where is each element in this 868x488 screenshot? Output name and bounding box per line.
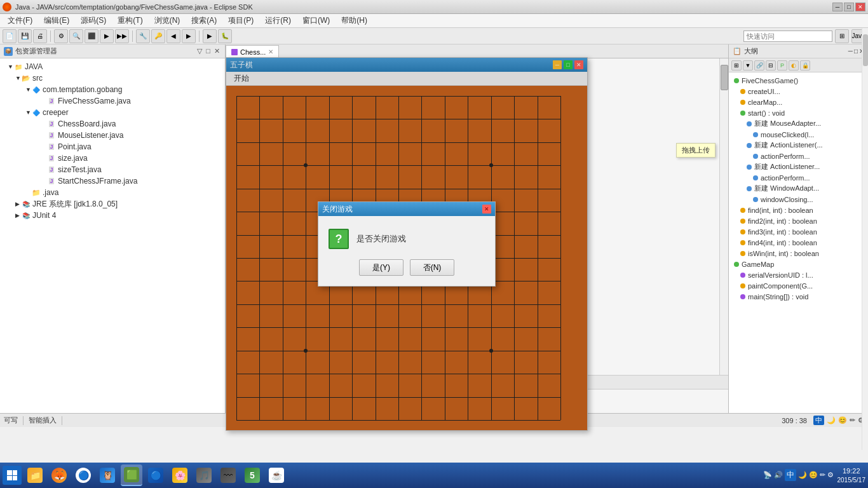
editor-scroll-thumb[interactable] [721, 65, 728, 90]
tree-item-sizetest[interactable]: J sizeTest.java [0, 164, 225, 175]
taskbar-fox-browser[interactable]: 🦊 [48, 464, 70, 486]
tree-item-size[interactable]: J size.java [0, 152, 225, 164]
menu-file[interactable]: 文件(F) [3, 14, 37, 27]
tb-btn-4[interactable]: ▶ [100, 29, 114, 43]
ime-zh-icon[interactable]: 中 [813, 416, 824, 425]
outline-item-12[interactable]: find(int, int) : boolean [729, 205, 868, 215]
close-button[interactable]: ✕ [855, 3, 865, 11]
outline-item-20[interactable]: main(String[]) : void [729, 291, 868, 302]
tree-item-mouselistener[interactable]: J MouseListener.java [0, 130, 225, 141]
tree-item-startchess[interactable]: J StartChessJFrame.java [0, 175, 225, 187]
taskbar-chat[interactable]: 🦉 [97, 464, 118, 486]
menu-navigate[interactable]: 浏览(N) [149, 14, 186, 27]
taskbar-minecraft[interactable]: 🟩 [121, 464, 142, 486]
menu-run[interactable]: 运行(R) [260, 14, 296, 27]
menu-project[interactable]: 项目(P) [223, 14, 259, 27]
clock[interactable]: 19:22 2015/5/17 [837, 466, 866, 484]
menu-window[interactable]: 窗口(W) [297, 14, 335, 27]
dialog-no-button[interactable]: 否(N) [410, 259, 454, 276]
editor-tab-chess[interactable]: Chess... ✕ [226, 45, 279, 58]
outline-private-btn[interactable]: 🔒 [800, 60, 810, 71]
taskbar-flower[interactable]: 🌸 [169, 464, 191, 486]
dialog-yes-button[interactable]: 是(Y) [359, 259, 403, 276]
outline-scrollbar[interactable] [862, 28, 868, 450]
outline-filter-btn[interactable]: ▼ [743, 60, 753, 71]
outline-sort-btn[interactable]: ⊞ [731, 60, 742, 71]
tree-item-package-gobang[interactable]: ▼ 🔷 com.temptation.gobang [0, 84, 225, 95]
perspective-button[interactable]: ⊞ [835, 29, 849, 43]
dialog-close-btn[interactable]: ✕ [482, 205, 491, 214]
outline-item-19[interactable]: paintComponent(G... [729, 280, 868, 291]
maximize-button[interactable]: □ [844, 3, 854, 11]
outline-item-1[interactable]: createUI... [729, 86, 868, 97]
outline-maximize-btn[interactable]: □ [854, 48, 858, 55]
outline-item-0[interactable]: FiveChessGame() [729, 75, 868, 86]
outline-item-9[interactable]: actionPerform... [729, 172, 868, 183]
tree-item-package-creeper[interactable]: ▼ 🔷 creeper [0, 107, 225, 118]
outline-item-11[interactable]: windowClosing... [729, 194, 868, 205]
outline-item-16[interactable]: isWin(int, int) : boolean [729, 248, 868, 259]
outline-item-3[interactable]: start() : void [729, 107, 868, 118]
close-tab-btn[interactable]: ✕ [268, 48, 273, 55]
tb-btn-2[interactable]: 🔍 [69, 29, 83, 43]
outline-link-btn[interactable]: 🔗 [754, 60, 764, 71]
outline-collapse-btn[interactable]: ⊟ [766, 60, 776, 71]
taskbar-chrome[interactable]: 🔵 [72, 464, 94, 486]
outline-item-6[interactable]: 新建 ActionListener(... [729, 140, 868, 151]
outline-item-4[interactable]: 新建 MouseAdapter... [729, 118, 868, 129]
taskbar-file-manager[interactable]: 📁 [24, 464, 46, 486]
menu-help[interactable]: 帮助(H) [336, 14, 372, 27]
quick-access-input[interactable] [743, 30, 832, 42]
outline-minimize-btn[interactable]: ─ [848, 48, 853, 55]
tray-settings-icon[interactable]: ⚙ [827, 471, 834, 479]
new-button[interactable]: 📄 [3, 29, 17, 43]
outline-item-2[interactable]: clearMap... [729, 97, 868, 107]
tb-btn-7[interactable]: 🔑 [151, 29, 165, 43]
taskbar-game[interactable]: 5 [241, 464, 263, 486]
tb-btn-8[interactable]: ◀ [166, 29, 180, 43]
tree-item-src[interactable]: ▼ 📂 src [0, 72, 225, 84]
outline-item-15[interactable]: find4(int, int) : boolean [729, 237, 868, 248]
gobang-game-window[interactable]: 五子棋 ─ □ ✕ 开始 关闭游戏 ✕ [226, 57, 588, 431]
outline-public-btn[interactable]: P [777, 60, 787, 71]
save-button[interactable]: 💾 [18, 29, 32, 43]
outline-item-18[interactable]: serialVersionUID : l... [729, 269, 868, 280]
tray-ime-zh[interactable]: 中 [785, 469, 796, 481]
tree-item-chessboard[interactable]: J ChessBoard.java [0, 118, 225, 130]
tb-btn-1[interactable]: ⚙ [54, 29, 68, 43]
outline-item-14[interactable]: find3(int, int) : boolean [729, 226, 868, 237]
outline-item-13[interactable]: find2(int, int) : boolean [729, 215, 868, 226]
start-button[interactable] [3, 466, 22, 485]
tree-item-jre[interactable]: ▶ 📚 JRE 系统库 [jdk1.8.0_05] [0, 198, 225, 210]
outline-item-7[interactable]: actionPerform... [729, 151, 868, 161]
tb-btn-5[interactable]: ▶▶ [115, 29, 129, 43]
menu-source[interactable]: 源码(S) [76, 14, 111, 27]
debug-button[interactable]: 🐛 [218, 29, 232, 43]
menu-refactor[interactable]: 重构(T) [112, 14, 147, 27]
menu-edit[interactable]: 编辑(E) [39, 14, 74, 27]
outline-item-8[interactable]: 新建 ActionListener... [729, 161, 868, 172]
tree-item-point[interactable]: J Point.java [0, 141, 225, 152]
tb-btn-9[interactable]: ▶ [182, 29, 196, 43]
menu-search[interactable]: 搜索(A) [186, 14, 222, 27]
outline-item-10[interactable]: 新建 WindowAdapt... [729, 183, 868, 194]
taskbar-java[interactable]: ☕ [266, 464, 287, 486]
editor-vscrollbar[interactable] [719, 58, 728, 375]
maximize-panel-btn[interactable]: □ [205, 47, 212, 55]
run-button[interactable]: ▶ [203, 29, 217, 43]
minimize-button[interactable]: ─ [832, 3, 843, 11]
close-panel-btn[interactable]: ✕ [213, 47, 221, 55]
outline-scroll-thumb[interactable] [863, 34, 868, 66]
tree-item-java-project[interactable]: ▼ 📁 JAVA [0, 61, 225, 72]
taskbar-security[interactable]: 🔵 [145, 464, 166, 486]
print-button[interactable]: 🖨 [33, 29, 47, 43]
tree-item-junit[interactable]: ▶ 📚 JUnit 4 [0, 210, 225, 221]
minimize-panel-btn[interactable]: ▽ [196, 47, 203, 55]
outline-item-17[interactable]: GameMap [729, 259, 868, 269]
tree-item-java-folder[interactable]: 📁 .java [0, 187, 225, 198]
taskbar-media[interactable]: 🎵 [193, 464, 215, 486]
tb-btn-6[interactable]: 🔧 [136, 29, 150, 43]
tb-btn-3[interactable]: ⬛ [85, 29, 98, 43]
tree-item-fivechess[interactable]: J FiveChessGame.java [0, 95, 225, 107]
taskbar-wave[interactable]: 〰 [217, 464, 239, 486]
